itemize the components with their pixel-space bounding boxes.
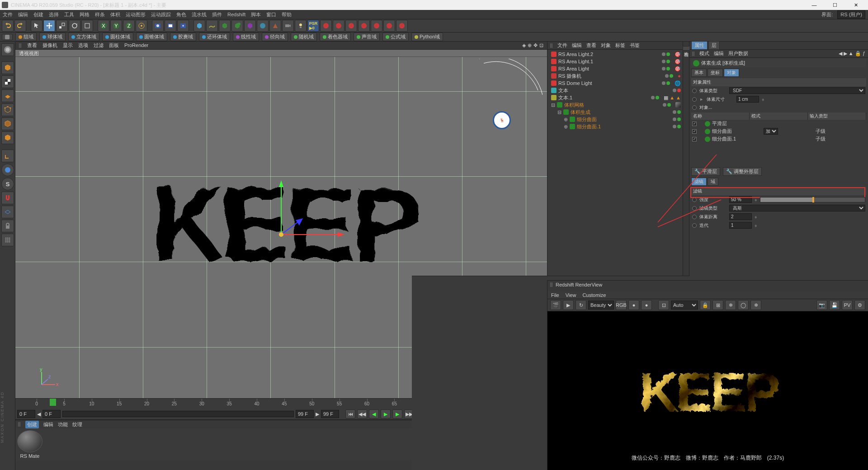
scale-tool[interactable] bbox=[56, 20, 68, 32]
goto-start-button[interactable]: ⏮ bbox=[345, 409, 355, 418]
vp-nav-icon[interactable]: ⊕ bbox=[528, 42, 532, 48]
field-button[interactable]: 圆锥体域 bbox=[136, 33, 167, 41]
attr-subtab[interactable]: 对象 bbox=[724, 69, 739, 77]
rotate-tool[interactable] bbox=[69, 20, 80, 32]
rv-menu-item[interactable]: Customize bbox=[582, 292, 606, 298]
menu-item[interactable]: 样条 bbox=[95, 11, 105, 18]
rv-ch1-button[interactable]: ● bbox=[628, 300, 639, 310]
material-tab[interactable]: 创建 bbox=[25, 421, 39, 428]
select-tool[interactable] bbox=[31, 20, 42, 32]
close-button[interactable]: ✕ bbox=[845, 0, 866, 10]
material-tab[interactable]: 功能 bbox=[58, 421, 68, 428]
play-button[interactable]: ▶ bbox=[381, 409, 391, 418]
reshape-layer-button[interactable]: 🔧 调整外形层 bbox=[723, 167, 762, 176]
spline-button[interactable] bbox=[206, 20, 218, 32]
workplane-mode[interactable] bbox=[1, 89, 14, 102]
current-frame-field[interactable]: 0 F bbox=[42, 410, 61, 418]
menu-item[interactable]: 角色 bbox=[176, 11, 186, 18]
obj-menu-item[interactable]: 文件 bbox=[557, 42, 567, 48]
obj-menu-item[interactable]: 书签 bbox=[630, 42, 640, 48]
workplane-tool[interactable] bbox=[1, 206, 14, 218]
attr-subtab[interactable]: 坐标 bbox=[708, 69, 723, 77]
menu-item[interactable]: 选择 bbox=[49, 11, 59, 18]
object-row[interactable]: RS Area Light.1🎯 bbox=[547, 58, 683, 65]
viewport-menu-item[interactable]: 选项 bbox=[78, 42, 88, 48]
minimize-button[interactable]: — bbox=[804, 0, 825, 10]
rv-settings-button[interactable]: ⚙ bbox=[854, 300, 865, 310]
generator-button[interactable] bbox=[219, 20, 231, 32]
vp-nav-icon[interactable]: ✥ bbox=[533, 42, 538, 48]
end-frame-field[interactable]: 99 F bbox=[321, 410, 339, 418]
material-tab[interactable]: 纹理 bbox=[72, 421, 82, 428]
object-row[interactable]: ⊟体积网格 bbox=[547, 101, 683, 108]
row-checkbox[interactable] bbox=[692, 129, 697, 134]
strength-slider[interactable] bbox=[760, 197, 865, 202]
object-row[interactable]: 文本 bbox=[547, 87, 683, 94]
attr-list-row[interactable]: 细分曲面加子级 bbox=[691, 127, 866, 135]
row-checkbox[interactable] bbox=[692, 122, 697, 126]
field-button[interactable]: 公式域 bbox=[382, 33, 409, 41]
rv-snapshot-button[interactable]: 📷 bbox=[816, 300, 827, 310]
renderview-canvas[interactable]: KEEP 微信公众号：野鹿志 微博：野鹿志 作者：马鹿野郎 (2.37s) bbox=[547, 311, 868, 470]
obj-menu-item[interactable]: 查看 bbox=[586, 42, 596, 48]
object-row[interactable]: RS Area Light.2🎯 bbox=[547, 51, 683, 58]
object-row[interactable]: 文本.1▦ ▲ ▲ bbox=[547, 94, 683, 101]
menu-item[interactable]: 工具 bbox=[64, 11, 74, 18]
rec-button-4[interactable] bbox=[358, 20, 370, 32]
menu-item[interactable]: 运动图形 bbox=[126, 11, 146, 18]
magnet-tool[interactable] bbox=[1, 192, 14, 204]
voxel-distance-field[interactable] bbox=[729, 213, 752, 220]
rec-button-6[interactable] bbox=[383, 20, 395, 32]
rv-pv-button[interactable]: PV bbox=[842, 300, 853, 310]
lock-tool[interactable] bbox=[1, 220, 14, 232]
vp-nav-icon[interactable]: ◈ bbox=[522, 42, 526, 48]
model-mode-icon[interactable] bbox=[1, 43, 14, 56]
rv-play-button[interactable]: ▶ bbox=[563, 300, 574, 310]
attr-menu-item[interactable]: 模式 bbox=[699, 51, 709, 56]
viewport-menu-item[interactable]: 显示 bbox=[63, 42, 73, 48]
object-mode[interactable] bbox=[1, 61, 14, 74]
snap-toggle[interactable]: S bbox=[1, 178, 14, 190]
rv-ch2-button[interactable]: ● bbox=[641, 300, 652, 310]
func-icon[interactable]: ƒ bbox=[863, 51, 865, 56]
rv-auto-select[interactable]: Auto bbox=[671, 301, 698, 310]
rv-menu-item[interactable]: File bbox=[551, 292, 559, 298]
object-row[interactable]: RS Dome Light🌐 bbox=[547, 80, 683, 87]
voxel-size-field[interactable] bbox=[736, 96, 759, 103]
field-button[interactable]: 还环体域 bbox=[199, 33, 230, 41]
obj-menu-item[interactable]: 对象 bbox=[601, 42, 611, 48]
rv-save-button[interactable]: 💾 bbox=[829, 300, 840, 310]
field-button[interactable]: 组域 bbox=[15, 33, 37, 41]
viewport-menu-item[interactable]: 摄像机 bbox=[42, 42, 57, 48]
nav-back-icon[interactable]: ◀ bbox=[839, 51, 842, 56]
deformer-button[interactable] bbox=[244, 20, 256, 32]
rv-rgb-button[interactable]: RGB bbox=[616, 300, 627, 310]
filter-subtab[interactable]: 滤镜 bbox=[691, 178, 707, 186]
voxel-type-select[interactable]: SDF bbox=[729, 87, 865, 94]
camera-button[interactable] bbox=[282, 20, 294, 32]
menu-item[interactable]: Redshift bbox=[227, 12, 245, 17]
iterations-field[interactable] bbox=[729, 222, 752, 229]
attr-tab[interactable]: 属性 bbox=[691, 41, 708, 50]
nav-fwd-icon[interactable]: ▶ bbox=[844, 51, 847, 56]
render-settings-button[interactable] bbox=[177, 20, 189, 32]
rec-button-7[interactable] bbox=[396, 20, 408, 32]
attr-subtab[interactable]: 基本 bbox=[691, 69, 707, 77]
field-button[interactable]: 径向域 bbox=[262, 33, 288, 41]
rv-render-button[interactable]: 🎬 bbox=[550, 300, 561, 310]
viewport-menu-item[interactable]: 查看 bbox=[27, 42, 37, 48]
field-button[interactable] bbox=[257, 20, 269, 32]
smooth-layer-button[interactable]: 🔧 平滑层 bbox=[691, 167, 720, 176]
rv-refresh-button[interactable]: ↻ bbox=[576, 300, 586, 310]
field-button[interactable]: 着色器域 bbox=[320, 33, 351, 41]
viewport-menu-item[interactable]: 过滤 bbox=[94, 42, 104, 48]
field-button[interactable]: 立方体域 bbox=[68, 33, 99, 41]
viewport-menu-item[interactable]: 面板 bbox=[109, 42, 119, 48]
lock-icon[interactable]: 🔒 bbox=[855, 51, 861, 56]
param-anim-dot[interactable] bbox=[692, 206, 697, 211]
attr-list-row[interactable]: 平滑层 bbox=[691, 120, 866, 127]
field-button[interactable]: 声音域 bbox=[354, 33, 380, 41]
object-row[interactable]: RS 摄像机● bbox=[547, 72, 683, 80]
material-name[interactable]: RS Mate bbox=[20, 453, 40, 459]
redo-button[interactable] bbox=[14, 20, 26, 32]
